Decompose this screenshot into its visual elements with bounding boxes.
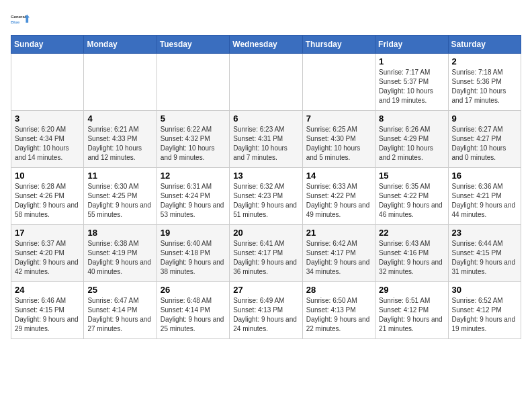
day-number: 27 — [233, 285, 298, 295]
day-info: Sunrise: 6:27 AM Sunset: 4:27 PM Dayligh… — [452, 125, 517, 163]
dow-tuesday: Tuesday — [157, 36, 229, 54]
calendar-cell: 2Sunrise: 7:18 AM Sunset: 5:36 PM Daylig… — [448, 54, 521, 111]
calendar-cell: 1Sunrise: 7:17 AM Sunset: 5:37 PM Daylig… — [375, 54, 448, 111]
day-number: 3 — [15, 113, 80, 124]
day-info: Sunrise: 6:41 AM Sunset: 4:17 PM Dayligh… — [233, 239, 298, 277]
calendar-cell: 13Sunrise: 6:32 AM Sunset: 4:23 PM Dayli… — [230, 168, 302, 225]
day-number: 23 — [452, 228, 517, 238]
calendar-cell — [302, 54, 375, 111]
calendar-cell: 23Sunrise: 6:44 AM Sunset: 4:15 PM Dayli… — [448, 225, 521, 282]
day-number: 5 — [161, 113, 226, 124]
calendar-cell: 29Sunrise: 6:51 AM Sunset: 4:12 PM Dayli… — [375, 282, 448, 339]
day-info: Sunrise: 6:51 AM Sunset: 4:12 PM Dayligh… — [379, 296, 444, 334]
day-info: Sunrise: 6:48 AM Sunset: 4:14 PM Dayligh… — [161, 296, 226, 334]
day-info: Sunrise: 6:42 AM Sunset: 4:17 PM Dayligh… — [306, 239, 371, 277]
page-header: General Blue — [11, 11, 521, 30]
day-number: 11 — [87, 171, 152, 181]
svg-text:Blue: Blue — [11, 20, 20, 24]
day-info: Sunrise: 6:52 AM Sunset: 4:12 PM Dayligh… — [452, 296, 517, 334]
day-info: Sunrise: 6:31 AM Sunset: 4:24 PM Dayligh… — [161, 182, 226, 220]
day-number: 8 — [379, 113, 444, 124]
day-number: 1 — [379, 56, 444, 66]
week-row-1: 3Sunrise: 6:20 AM Sunset: 4:34 PM Daylig… — [11, 111, 521, 168]
logo: General Blue — [11, 11, 30, 30]
day-number: 15 — [379, 171, 444, 181]
day-number: 30 — [452, 285, 517, 295]
calendar-body: 1Sunrise: 7:17 AM Sunset: 5:37 PM Daylig… — [11, 54, 521, 339]
calendar-cell — [84, 54, 157, 111]
calendar-cell: 6Sunrise: 6:23 AM Sunset: 4:31 PM Daylig… — [230, 111, 302, 168]
day-number: 6 — [233, 113, 298, 124]
calendar-cell: 21Sunrise: 6:42 AM Sunset: 4:17 PM Dayli… — [302, 225, 375, 282]
day-number: 26 — [161, 285, 226, 295]
day-number: 19 — [161, 228, 226, 238]
day-info: Sunrise: 6:28 AM Sunset: 4:26 PM Dayligh… — [15, 182, 80, 220]
day-number: 16 — [452, 171, 517, 181]
week-row-3: 17Sunrise: 6:37 AM Sunset: 4:20 PM Dayli… — [11, 225, 521, 282]
calendar-cell: 30Sunrise: 6:52 AM Sunset: 4:12 PM Dayli… — [448, 282, 521, 339]
day-number: 18 — [87, 228, 152, 238]
day-number: 4 — [87, 113, 152, 124]
calendar-cell: 25Sunrise: 6:47 AM Sunset: 4:14 PM Dayli… — [84, 282, 157, 339]
day-info: Sunrise: 6:25 AM Sunset: 4:30 PM Dayligh… — [306, 125, 371, 163]
dow-wednesday: Wednesday — [230, 36, 302, 54]
dow-friday: Friday — [375, 36, 448, 54]
calendar-cell: 10Sunrise: 6:28 AM Sunset: 4:26 PM Dayli… — [11, 168, 84, 225]
day-info: Sunrise: 6:37 AM Sunset: 4:20 PM Dayligh… — [15, 239, 80, 277]
calendar-cell: 4Sunrise: 6:21 AM Sunset: 4:33 PM Daylig… — [84, 111, 157, 168]
calendar-cell: 7Sunrise: 6:25 AM Sunset: 4:30 PM Daylig… — [302, 111, 375, 168]
day-info: Sunrise: 6:21 AM Sunset: 4:33 PM Dayligh… — [87, 125, 152, 163]
calendar-cell: 16Sunrise: 6:36 AM Sunset: 4:21 PM Dayli… — [448, 168, 521, 225]
calendar-cell: 8Sunrise: 6:26 AM Sunset: 4:29 PM Daylig… — [375, 111, 448, 168]
day-info: Sunrise: 7:17 AM Sunset: 5:37 PM Dayligh… — [379, 68, 444, 105]
dow-saturday: Saturday — [448, 36, 521, 54]
days-of-week-header: SundayMondayTuesdayWednesdayThursdayFrid… — [11, 36, 521, 54]
day-info: Sunrise: 6:46 AM Sunset: 4:15 PM Dayligh… — [15, 296, 80, 334]
day-info: Sunrise: 6:36 AM Sunset: 4:21 PM Dayligh… — [452, 182, 517, 220]
day-number: 10 — [15, 171, 80, 181]
day-number: 29 — [379, 285, 444, 295]
day-info: Sunrise: 6:22 AM Sunset: 4:32 PM Dayligh… — [161, 125, 226, 163]
dow-monday: Monday — [84, 36, 157, 54]
week-row-2: 10Sunrise: 6:28 AM Sunset: 4:26 PM Dayli… — [11, 168, 521, 225]
day-info: Sunrise: 6:32 AM Sunset: 4:23 PM Dayligh… — [233, 182, 298, 220]
day-number: 22 — [379, 228, 444, 238]
calendar-cell: 12Sunrise: 6:31 AM Sunset: 4:24 PM Dayli… — [157, 168, 229, 225]
day-number: 21 — [306, 228, 371, 238]
calendar-cell: 3Sunrise: 6:20 AM Sunset: 4:34 PM Daylig… — [11, 111, 84, 168]
day-info: Sunrise: 6:35 AM Sunset: 4:22 PM Dayligh… — [379, 182, 444, 220]
day-info: Sunrise: 6:23 AM Sunset: 4:31 PM Dayligh… — [233, 125, 298, 163]
day-number: 25 — [87, 285, 152, 295]
logo-icon: General Blue — [11, 11, 30, 30]
calendar-cell: 27Sunrise: 6:49 AM Sunset: 4:13 PM Dayli… — [230, 282, 302, 339]
calendar-cell: 28Sunrise: 6:50 AM Sunset: 4:13 PM Dayli… — [302, 282, 375, 339]
calendar-cell: 11Sunrise: 6:30 AM Sunset: 4:25 PM Dayli… — [84, 168, 157, 225]
day-number: 24 — [15, 285, 80, 295]
day-number: 13 — [233, 171, 298, 181]
day-number: 28 — [306, 285, 371, 295]
day-info: Sunrise: 6:20 AM Sunset: 4:34 PM Dayligh… — [15, 125, 80, 163]
calendar-cell: 9Sunrise: 6:27 AM Sunset: 4:27 PM Daylig… — [448, 111, 521, 168]
day-number: 14 — [306, 171, 371, 181]
day-number: 9 — [452, 113, 517, 124]
week-row-0: 1Sunrise: 7:17 AM Sunset: 5:37 PM Daylig… — [11, 54, 521, 111]
day-info: Sunrise: 7:18 AM Sunset: 5:36 PM Dayligh… — [452, 68, 517, 105]
calendar-cell: 18Sunrise: 6:38 AM Sunset: 4:19 PM Dayli… — [84, 225, 157, 282]
day-info: Sunrise: 6:38 AM Sunset: 4:19 PM Dayligh… — [87, 239, 152, 277]
day-number: 17 — [15, 228, 80, 238]
day-number: 2 — [452, 56, 517, 66]
day-info: Sunrise: 6:43 AM Sunset: 4:16 PM Dayligh… — [379, 239, 444, 277]
day-info: Sunrise: 6:30 AM Sunset: 4:25 PM Dayligh… — [87, 182, 152, 220]
calendar-cell: 17Sunrise: 6:37 AM Sunset: 4:20 PM Dayli… — [11, 225, 84, 282]
day-info: Sunrise: 6:49 AM Sunset: 4:13 PM Dayligh… — [233, 296, 298, 334]
calendar-cell — [230, 54, 302, 111]
calendar-cell: 15Sunrise: 6:35 AM Sunset: 4:22 PM Dayli… — [375, 168, 448, 225]
day-info: Sunrise: 6:40 AM Sunset: 4:18 PM Dayligh… — [161, 239, 226, 277]
calendar-cell: 14Sunrise: 6:33 AM Sunset: 4:22 PM Dayli… — [302, 168, 375, 225]
calendar-cell: 22Sunrise: 6:43 AM Sunset: 4:16 PM Dayli… — [375, 225, 448, 282]
day-number: 20 — [233, 228, 298, 238]
day-number: 12 — [161, 171, 226, 181]
week-row-4: 24Sunrise: 6:46 AM Sunset: 4:15 PM Dayli… — [11, 282, 521, 339]
dow-thursday: Thursday — [302, 36, 375, 54]
day-info: Sunrise: 6:44 AM Sunset: 4:15 PM Dayligh… — [452, 239, 517, 277]
